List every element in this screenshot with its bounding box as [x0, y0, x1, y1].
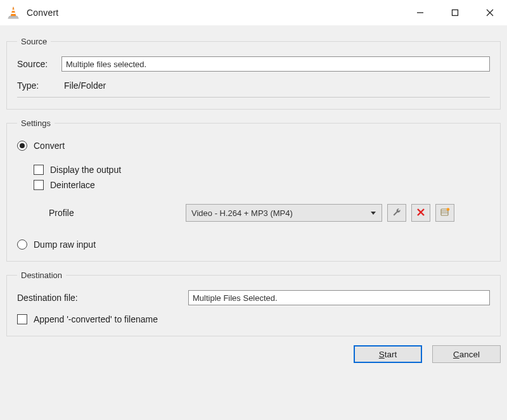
destination-file-label: Destination file:	[17, 293, 188, 303]
cancel-button-label: Cancel	[453, 350, 480, 359]
svg-rect-1	[12, 10, 15, 11]
svg-marker-7	[371, 212, 376, 215]
type-label: Type:	[17, 80, 61, 91]
profile-select[interactable]: Video - H.264 + MP3 (MP4)	[186, 204, 382, 222]
profile-label: Profile	[34, 208, 186, 218]
wrench-icon	[392, 207, 402, 219]
append-converted-label: Append '-converted' to filename	[34, 314, 158, 324]
cancel-button[interactable]: Cancel	[432, 345, 501, 363]
start-button[interactable]: Start	[354, 345, 422, 363]
edit-profile-button[interactable]	[387, 204, 406, 222]
deinterlace-checkbox[interactable]	[34, 180, 44, 190]
dump-raw-label: Dump raw input	[34, 239, 96, 250]
svg-point-13	[447, 208, 450, 211]
svg-marker-0	[11, 7, 16, 16]
chevron-down-icon	[370, 208, 376, 218]
source-group: Source Source: Type: File/Folder	[6, 37, 501, 110]
dialog-button-row: Start Cancel	[6, 345, 501, 363]
destination-group: Destination Destination file: Append '-c…	[6, 270, 501, 336]
source-input[interactable]	[61, 56, 490, 72]
display-output-label: Display the output	[50, 165, 121, 175]
settings-group: Settings Convert Display the output Dein…	[6, 118, 501, 262]
append-converted-checkbox[interactable]	[17, 314, 27, 324]
display-output-checkbox[interactable]	[34, 165, 44, 175]
profile-select-value: Video - H.264 + MP3 (MP4)	[191, 208, 293, 218]
svg-rect-2	[11, 13, 16, 14]
destination-legend: Destination	[17, 270, 66, 280]
start-button-label: Start	[379, 350, 397, 359]
title-bar: Convert	[0, 0, 507, 25]
close-button[interactable]	[472, 0, 507, 25]
settings-legend: Settings	[17, 118, 55, 128]
maximize-button[interactable]	[437, 0, 472, 25]
deinterlace-label: Deinterlace	[50, 180, 95, 190]
minimize-button[interactable]	[402, 0, 437, 25]
window-controls	[402, 0, 507, 25]
vlc-icon	[6, 6, 20, 20]
destination-file-input[interactable]	[188, 290, 490, 305]
new-profile-icon	[440, 207, 450, 219]
delete-icon	[416, 208, 425, 219]
source-legend: Source	[17, 37, 51, 46]
delete-profile-button[interactable]	[411, 204, 430, 222]
new-profile-button[interactable]	[435, 204, 454, 222]
convert-radio-label: Convert	[34, 141, 65, 151]
type-value: File/Folder	[64, 80, 106, 91]
convert-radio[interactable]	[17, 141, 27, 151]
window-title: Convert	[27, 8, 58, 18]
svg-rect-4	[452, 10, 458, 16]
source-label: Source:	[17, 59, 61, 69]
dump-raw-radio[interactable]	[17, 239, 27, 250]
